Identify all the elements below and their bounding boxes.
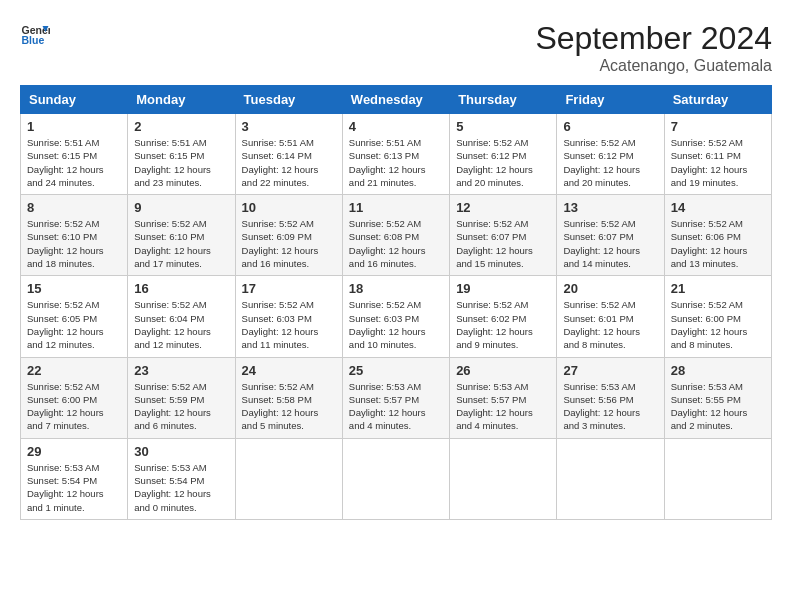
day-number: 11 <box>349 200 443 215</box>
day-number: 1 <box>27 119 121 134</box>
calendar-cell: 12 Sunrise: 5:52 AM Sunset: 6:07 PM Dayl… <box>450 195 557 276</box>
calendar-row-4: 22 Sunrise: 5:52 AM Sunset: 6:00 PM Dayl… <box>21 357 772 438</box>
day-info: Sunrise: 5:53 AM Sunset: 5:54 PM Dayligh… <box>134 461 228 514</box>
month-year: September 2024 <box>535 20 772 57</box>
calendar-cell: 26 Sunrise: 5:53 AM Sunset: 5:57 PM Dayl… <box>450 357 557 438</box>
calendar-cell: 4 Sunrise: 5:51 AM Sunset: 6:13 PM Dayli… <box>342 114 449 195</box>
calendar-cell: 17 Sunrise: 5:52 AM Sunset: 6:03 PM Dayl… <box>235 276 342 357</box>
calendar-cell: 15 Sunrise: 5:52 AM Sunset: 6:05 PM Dayl… <box>21 276 128 357</box>
day-info: Sunrise: 5:51 AM Sunset: 6:13 PM Dayligh… <box>349 136 443 189</box>
day-number: 25 <box>349 363 443 378</box>
col-friday: Friday <box>557 86 664 114</box>
day-number: 5 <box>456 119 550 134</box>
day-info: Sunrise: 5:52 AM Sunset: 6:03 PM Dayligh… <box>349 298 443 351</box>
day-number: 16 <box>134 281 228 296</box>
calendar-row-5: 29 Sunrise: 5:53 AM Sunset: 5:54 PM Dayl… <box>21 438 772 519</box>
calendar-cell: 20 Sunrise: 5:52 AM Sunset: 6:01 PM Dayl… <box>557 276 664 357</box>
day-number: 12 <box>456 200 550 215</box>
day-number: 23 <box>134 363 228 378</box>
calendar-row-2: 8 Sunrise: 5:52 AM Sunset: 6:10 PM Dayli… <box>21 195 772 276</box>
day-info: Sunrise: 5:52 AM Sunset: 6:00 PM Dayligh… <box>671 298 765 351</box>
day-number: 20 <box>563 281 657 296</box>
calendar-cell <box>664 438 771 519</box>
title-block: September 2024 Acatenango, Guatemala <box>535 20 772 75</box>
day-info: Sunrise: 5:53 AM Sunset: 5:55 PM Dayligh… <box>671 380 765 433</box>
day-info: Sunrise: 5:52 AM Sunset: 5:59 PM Dayligh… <box>134 380 228 433</box>
svg-text:Blue: Blue <box>22 34 45 46</box>
column-headers: Sunday Monday Tuesday Wednesday Thursday… <box>21 86 772 114</box>
col-saturday: Saturday <box>664 86 771 114</box>
logo: General Blue <box>20 20 50 50</box>
calendar-cell: 7 Sunrise: 5:52 AM Sunset: 6:11 PM Dayli… <box>664 114 771 195</box>
col-sunday: Sunday <box>21 86 128 114</box>
day-number: 18 <box>349 281 443 296</box>
day-info: Sunrise: 5:52 AM Sunset: 6:10 PM Dayligh… <box>27 217 121 270</box>
calendar-cell <box>557 438 664 519</box>
day-info: Sunrise: 5:52 AM Sunset: 6:04 PM Dayligh… <box>134 298 228 351</box>
calendar-cell: 24 Sunrise: 5:52 AM Sunset: 5:58 PM Dayl… <box>235 357 342 438</box>
calendar-cell: 16 Sunrise: 5:52 AM Sunset: 6:04 PM Dayl… <box>128 276 235 357</box>
day-info: Sunrise: 5:52 AM Sunset: 6:07 PM Dayligh… <box>563 217 657 270</box>
calendar-cell <box>235 438 342 519</box>
day-number: 14 <box>671 200 765 215</box>
day-number: 29 <box>27 444 121 459</box>
day-info: Sunrise: 5:52 AM Sunset: 6:03 PM Dayligh… <box>242 298 336 351</box>
day-info: Sunrise: 5:52 AM Sunset: 6:05 PM Dayligh… <box>27 298 121 351</box>
day-number: 21 <box>671 281 765 296</box>
day-number: 4 <box>349 119 443 134</box>
calendar-row-3: 15 Sunrise: 5:52 AM Sunset: 6:05 PM Dayl… <box>21 276 772 357</box>
day-info: Sunrise: 5:52 AM Sunset: 6:11 PM Dayligh… <box>671 136 765 189</box>
day-info: Sunrise: 5:52 AM Sunset: 6:09 PM Dayligh… <box>242 217 336 270</box>
col-tuesday: Tuesday <box>235 86 342 114</box>
day-info: Sunrise: 5:52 AM Sunset: 6:02 PM Dayligh… <box>456 298 550 351</box>
day-number: 6 <box>563 119 657 134</box>
day-number: 24 <box>242 363 336 378</box>
logo-icon: General Blue <box>20 20 50 50</box>
day-number: 30 <box>134 444 228 459</box>
day-number: 19 <box>456 281 550 296</box>
day-number: 15 <box>27 281 121 296</box>
day-number: 17 <box>242 281 336 296</box>
calendar-table: Sunday Monday Tuesday Wednesday Thursday… <box>20 85 772 520</box>
day-number: 27 <box>563 363 657 378</box>
calendar-cell: 19 Sunrise: 5:52 AM Sunset: 6:02 PM Dayl… <box>450 276 557 357</box>
calendar-cell: 25 Sunrise: 5:53 AM Sunset: 5:57 PM Dayl… <box>342 357 449 438</box>
day-info: Sunrise: 5:52 AM Sunset: 6:07 PM Dayligh… <box>456 217 550 270</box>
day-number: 22 <box>27 363 121 378</box>
day-number: 26 <box>456 363 550 378</box>
calendar-cell: 11 Sunrise: 5:52 AM Sunset: 6:08 PM Dayl… <box>342 195 449 276</box>
calendar-cell: 6 Sunrise: 5:52 AM Sunset: 6:12 PM Dayli… <box>557 114 664 195</box>
calendar-cell: 21 Sunrise: 5:52 AM Sunset: 6:00 PM Dayl… <box>664 276 771 357</box>
day-info: Sunrise: 5:52 AM Sunset: 6:00 PM Dayligh… <box>27 380 121 433</box>
day-info: Sunrise: 5:51 AM Sunset: 6:14 PM Dayligh… <box>242 136 336 189</box>
calendar-cell: 29 Sunrise: 5:53 AM Sunset: 5:54 PM Dayl… <box>21 438 128 519</box>
day-info: Sunrise: 5:51 AM Sunset: 6:15 PM Dayligh… <box>27 136 121 189</box>
day-info: Sunrise: 5:53 AM Sunset: 5:56 PM Dayligh… <box>563 380 657 433</box>
day-number: 13 <box>563 200 657 215</box>
calendar-cell: 10 Sunrise: 5:52 AM Sunset: 6:09 PM Dayl… <box>235 195 342 276</box>
calendar-cell: 9 Sunrise: 5:52 AM Sunset: 6:10 PM Dayli… <box>128 195 235 276</box>
calendar-cell: 28 Sunrise: 5:53 AM Sunset: 5:55 PM Dayl… <box>664 357 771 438</box>
calendar-cell <box>342 438 449 519</box>
day-number: 2 <box>134 119 228 134</box>
day-number: 3 <box>242 119 336 134</box>
page-header: General Blue September 2024 Acatenango, … <box>20 20 772 75</box>
calendar-cell <box>450 438 557 519</box>
day-number: 7 <box>671 119 765 134</box>
calendar-cell: 23 Sunrise: 5:52 AM Sunset: 5:59 PM Dayl… <box>128 357 235 438</box>
calendar-cell: 2 Sunrise: 5:51 AM Sunset: 6:15 PM Dayli… <box>128 114 235 195</box>
day-number: 28 <box>671 363 765 378</box>
day-info: Sunrise: 5:52 AM Sunset: 6:08 PM Dayligh… <box>349 217 443 270</box>
day-info: Sunrise: 5:53 AM Sunset: 5:57 PM Dayligh… <box>349 380 443 433</box>
calendar-row-1: 1 Sunrise: 5:51 AM Sunset: 6:15 PM Dayli… <box>21 114 772 195</box>
calendar-cell: 14 Sunrise: 5:52 AM Sunset: 6:06 PM Dayl… <box>664 195 771 276</box>
day-number: 10 <box>242 200 336 215</box>
calendar-cell: 8 Sunrise: 5:52 AM Sunset: 6:10 PM Dayli… <box>21 195 128 276</box>
day-number: 8 <box>27 200 121 215</box>
col-thursday: Thursday <box>450 86 557 114</box>
calendar-cell: 27 Sunrise: 5:53 AM Sunset: 5:56 PM Dayl… <box>557 357 664 438</box>
calendar-cell: 13 Sunrise: 5:52 AM Sunset: 6:07 PM Dayl… <box>557 195 664 276</box>
calendar-cell: 1 Sunrise: 5:51 AM Sunset: 6:15 PM Dayli… <box>21 114 128 195</box>
calendar-cell: 18 Sunrise: 5:52 AM Sunset: 6:03 PM Dayl… <box>342 276 449 357</box>
day-info: Sunrise: 5:52 AM Sunset: 6:12 PM Dayligh… <box>456 136 550 189</box>
